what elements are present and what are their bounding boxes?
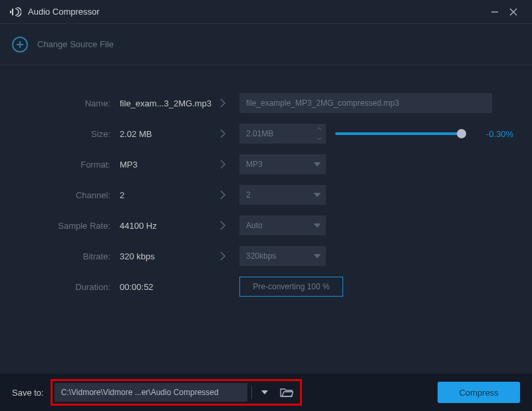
size-output: 2.01MB bbox=[239, 129, 313, 138]
name-label: Name: bbox=[0, 98, 120, 108]
duration-label: Duration: bbox=[0, 282, 120, 292]
save-path-input[interactable] bbox=[55, 383, 247, 402]
svg-marker-8 bbox=[314, 193, 321, 197]
channel-value: 2 bbox=[120, 190, 206, 200]
size-spinner[interactable]: 2.01MB bbox=[239, 124, 326, 144]
slider-thumb[interactable] bbox=[457, 129, 466, 138]
chevron-down-icon bbox=[314, 223, 321, 227]
format-selected: MP3 bbox=[246, 160, 314, 169]
output-name-input[interactable] bbox=[239, 93, 492, 113]
chevron-right-icon bbox=[206, 159, 239, 170]
svg-marker-9 bbox=[314, 223, 321, 227]
change-source-label: Change Source File bbox=[37, 39, 114, 49]
save-to-highlight bbox=[51, 379, 302, 406]
sample-rate-label: Sample Rate: bbox=[0, 221, 120, 231]
chevron-down-icon bbox=[314, 254, 321, 258]
row-format: Format: MP3 MP3 bbox=[0, 149, 513, 180]
change-source-row[interactable]: Change Source File bbox=[0, 24, 532, 65]
channel-select[interactable]: 2 bbox=[239, 185, 326, 205]
format-value: MP3 bbox=[120, 160, 206, 170]
size-value: 2.02 MB bbox=[120, 129, 206, 139]
svg-marker-11 bbox=[261, 390, 268, 394]
minimize-button[interactable] bbox=[485, 3, 504, 21]
row-duration: Duration: 00:00:52 Pre-converting 100 % bbox=[0, 271, 513, 302]
bitrate-selected: 320kbps bbox=[246, 251, 314, 261]
bitrate-label: Bitrate: bbox=[0, 251, 120, 261]
stepper-up-icon[interactable] bbox=[313, 124, 326, 134]
bitrate-select[interactable]: 320kbps bbox=[239, 246, 326, 266]
svg-marker-7 bbox=[314, 162, 321, 166]
format-label: Format: bbox=[0, 160, 120, 170]
channel-label: Channel: bbox=[0, 190, 120, 200]
row-size: Size: 2.02 MB 2.01MB -0.30% bbox=[0, 118, 513, 149]
row-sample-rate: Sample Rate: 44100 Hz Auto bbox=[0, 210, 513, 241]
folder-icon bbox=[280, 388, 293, 397]
svg-rect-1 bbox=[12, 9, 13, 15]
plus-circle-icon bbox=[12, 37, 28, 53]
row-name: Name: file_exam...3_2MG.mp3 bbox=[0, 88, 513, 118]
row-bitrate: Bitrate: 320 kbps 320kbps bbox=[0, 241, 513, 271]
chevron-down-icon bbox=[261, 390, 268, 394]
window-title: Audio Compressor bbox=[28, 7, 100, 17]
size-slider[interactable] bbox=[335, 132, 462, 135]
save-to-label: Save to: bbox=[12, 388, 44, 398]
app-icon bbox=[9, 7, 21, 17]
chevron-right-icon bbox=[206, 251, 239, 261]
size-percent: -0.30% bbox=[477, 129, 513, 139]
size-label: Size: bbox=[0, 129, 120, 139]
chevron-right-icon bbox=[206, 220, 239, 231]
sample-rate-select[interactable]: Auto bbox=[239, 215, 326, 235]
chevron-right-icon bbox=[206, 190, 239, 200]
bitrate-value: 320 kbps bbox=[120, 251, 206, 261]
chevron-down-icon bbox=[314, 162, 321, 166]
chevron-down-icon bbox=[314, 193, 321, 197]
titlebar: Audio Compressor bbox=[0, 0, 532, 24]
chevron-right-icon bbox=[206, 98, 239, 108]
sample-rate-value: 44100 Hz bbox=[120, 221, 206, 231]
preconverting-status: Pre-converting 100 % bbox=[239, 277, 343, 297]
row-channel: Channel: 2 2 bbox=[0, 180, 513, 210]
separator bbox=[251, 386, 252, 399]
stepper-down-icon[interactable] bbox=[313, 134, 326, 144]
chevron-right-icon bbox=[206, 128, 239, 139]
open-folder-button[interactable] bbox=[277, 384, 296, 401]
svg-rect-0 bbox=[10, 11, 11, 13]
form-area: Name: file_exam...3_2MG.mp3 Size: 2.02 M… bbox=[0, 65, 532, 302]
compress-label: Compress bbox=[459, 388, 498, 398]
format-select[interactable]: MP3 bbox=[239, 154, 326, 174]
sample-rate-selected: Auto bbox=[246, 221, 314, 230]
duration-value: 00:00:52 bbox=[120, 282, 206, 292]
svg-marker-10 bbox=[314, 254, 321, 258]
compress-button[interactable]: Compress bbox=[438, 382, 520, 403]
path-dropdown-button[interactable] bbox=[256, 384, 273, 401]
channel-selected: 2 bbox=[246, 190, 314, 200]
bottombar: Save to: Compress bbox=[0, 374, 532, 411]
close-button[interactable] bbox=[504, 3, 523, 21]
name-value: file_exam...3_2MG.mp3 bbox=[120, 98, 206, 108]
